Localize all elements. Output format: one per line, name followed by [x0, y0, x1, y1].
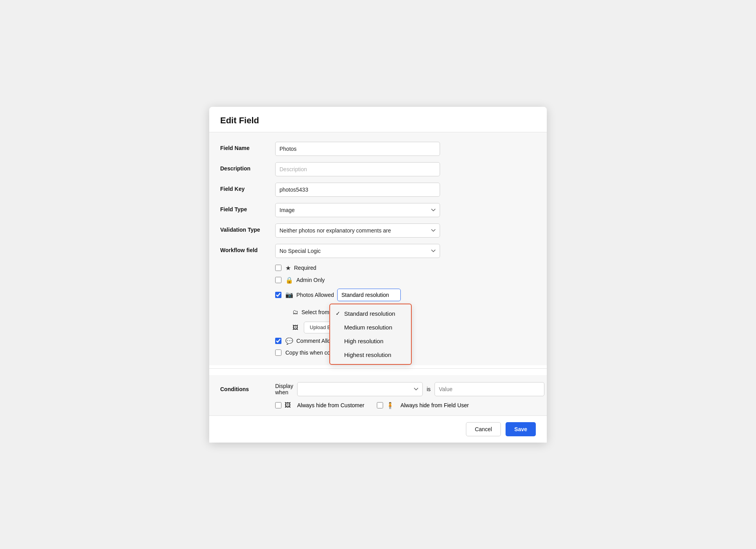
required-label: Required	[294, 265, 316, 271]
camera-icon: 📷	[285, 291, 293, 298]
hide-field-user-checkbox[interactable]	[377, 402, 383, 408]
modal-header: Edit Field	[209, 107, 547, 132]
admin-only-label: Admin Only	[296, 277, 325, 283]
workflow-field-label: Workflow field	[220, 244, 275, 253]
field-type-row: Field Type Image	[220, 203, 536, 217]
copy-projects-checkbox[interactable]	[275, 350, 281, 356]
field-name-row: Field Name	[220, 142, 536, 156]
hide-field-user-icon: 🧍	[386, 402, 394, 409]
description-label: Description	[220, 162, 275, 172]
field-key-label: Field Key	[220, 183, 275, 192]
hide-field-user-label: Always hide from Field User	[400, 402, 469, 408]
upload-icon: 🖼	[292, 324, 298, 331]
field-type-select[interactable]: Image	[275, 203, 440, 217]
is-label: is	[427, 386, 431, 392]
display-when-label: Display when	[275, 383, 293, 395]
modal-footer: Cancel Save	[209, 415, 547, 443]
photos-allowed-label: Photos Allowed	[296, 292, 334, 298]
cancel-button[interactable]: Cancel	[466, 422, 501, 436]
conditions-row: Conditions Display when is	[220, 382, 536, 396]
modal-title: Edit Field	[220, 115, 536, 126]
hide-customer-checkbox[interactable]	[275, 402, 281, 408]
resolution-select-wrapper: Standard resolution Medium resolution Hi…	[337, 289, 401, 301]
description-row: Description	[220, 162, 536, 176]
field-key-input[interactable]	[275, 183, 440, 197]
validation-type-label: Validation Type	[220, 223, 275, 233]
workflow-field-row: Workflow field No Special Logic	[220, 244, 536, 258]
dropdown-item-2[interactable]: High resolution	[330, 334, 411, 348]
validation-type-row: Validation Type Neither photos nor expla…	[220, 223, 536, 238]
display-when-select[interactable]	[297, 382, 423, 396]
hide-customer-label: Always hide from Customer	[297, 402, 364, 408]
dropdown-item-0[interactable]: Standard resolution	[330, 307, 411, 320]
divider	[209, 368, 547, 369]
field-name-label: Field Name	[220, 142, 275, 151]
resolution-select[interactable]: Standard resolution Medium resolution Hi…	[337, 289, 401, 301]
workflow-field-select[interactable]: No Special Logic	[275, 244, 440, 258]
dropdown-item-3[interactable]: Highest resolution	[330, 348, 411, 362]
hide-customer-icon: 🖼	[285, 402, 291, 409]
comment-allowed-checkbox[interactable]	[275, 338, 281, 344]
description-input[interactable]	[275, 162, 440, 176]
value-input[interactable]	[435, 382, 544, 396]
required-checkbox[interactable]	[275, 265, 281, 271]
field-key-row: Field Key	[220, 183, 536, 197]
edit-field-modal: Edit Field Field Name Description Field …	[209, 107, 547, 443]
hide-customer-option: 🖼 Always hide from Customer	[275, 402, 364, 409]
field-name-input[interactable]	[275, 142, 440, 156]
validation-type-select[interactable]: Neither photos nor explanatory comments …	[275, 223, 440, 238]
hide-options-row: 🖼 Always hide from Customer 🧍 Always hid…	[275, 402, 536, 409]
photos-allowed-checkbox[interactable]	[275, 292, 281, 298]
modal-body: Field Name Description Field Key Field T…	[209, 132, 547, 365]
required-row: ★ Required	[275, 264, 536, 272]
admin-only-row: 🔒 Admin Only	[275, 276, 536, 284]
conditions-section: Conditions Display when is 🖼 Always hide…	[209, 375, 547, 415]
save-button[interactable]: Save	[506, 422, 536, 436]
resolution-dropdown-menu: Standard resolutionMedium resolutionHigh…	[329, 304, 412, 365]
lock-icon: 🔒	[285, 276, 293, 284]
conditions-display-when: Display when is	[275, 382, 544, 396]
field-type-label: Field Type	[220, 203, 275, 212]
photos-allowed-row: 📷 Photos Allowed Standard resolution Med…	[275, 289, 536, 301]
conditions-label: Conditions	[220, 386, 275, 392]
admin-only-checkbox[interactable]	[275, 277, 281, 283]
dropdown-item-1[interactable]: Medium resolution	[330, 320, 411, 334]
album-icon: 🗂	[292, 309, 298, 315]
comment-icon: 💬	[285, 337, 293, 345]
hide-field-user-option: 🧍 Always hide from Field User	[377, 402, 469, 409]
checkboxes-area: ★ Required 🔒 Admin Only 📷 Photos Allowed…	[275, 264, 536, 356]
star-icon: ★	[285, 264, 291, 272]
